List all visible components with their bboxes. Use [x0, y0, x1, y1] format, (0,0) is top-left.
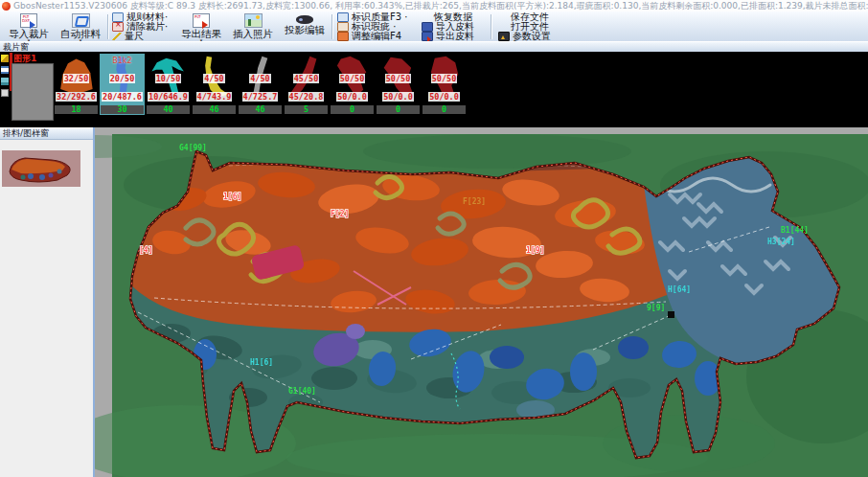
- import-leather-icon: [422, 22, 433, 32]
- export-result-icon: PLT: [193, 13, 210, 28]
- piece-cell-5[interactable]: 4/50 4/725.7 46: [238, 54, 283, 115]
- piece-count: 4/50: [203, 74, 224, 83]
- group-cell[interactable]: [11, 63, 54, 121]
- piece-qty: 0: [423, 105, 466, 114]
- toolbar-separator: [107, 14, 108, 39]
- piece-qty: 30: [101, 105, 144, 114]
- data-tools-group: 恢复数据 导入皮料 导出皮料: [422, 12, 474, 41]
- piece-count: 10/50: [155, 74, 182, 83]
- export-leather-button[interactable]: 导出皮料: [422, 32, 474, 41]
- piece-area: 50/0.0: [336, 92, 368, 102]
- toolbar: PLTDXF 导入裁片 ▾ 自动排料 ▾ 规则材料· 清除裁片· 量尺 PLT …: [0, 11, 868, 42]
- nest-thumbnail-item[interactable]: [2, 150, 80, 187]
- param-settings-button[interactable]: 参数设置: [498, 32, 551, 41]
- piece-count: 4/50: [249, 74, 270, 83]
- zone-label: G4[99]: [179, 144, 207, 152]
- piece-count: 50/50: [339, 74, 366, 83]
- piece-count: 45/50: [293, 74, 320, 83]
- piece-area: 50/0.0: [382, 92, 414, 102]
- auto-nest-icon: [72, 13, 90, 28]
- adjust-edit-button[interactable]: 调整编辑F4: [337, 32, 407, 41]
- nest-window-caption: 排料/图样窗: [0, 127, 96, 140]
- app-icon: [2, 2, 11, 11]
- projection-edit-button[interactable]: 投影编辑: [280, 12, 330, 40]
- piece-cell-7[interactable]: 50/50 50/0.0 0: [330, 54, 375, 115]
- piece-label: 1[9]: [526, 246, 544, 255]
- piece-label: [4]: [139, 246, 152, 255]
- toolbar-separator: [491, 14, 491, 39]
- piece-count: 50/50: [385, 74, 412, 83]
- piece-cell-8[interactable]: 50/50 50/0.0 0: [376, 54, 421, 115]
- piece-cell-6[interactable]: 45/50 45/20.8 5: [284, 54, 329, 115]
- zone-label: H3[24]: [767, 238, 795, 246]
- piece-area: 4/725.7: [242, 92, 279, 102]
- piece-qty: 0: [331, 105, 374, 114]
- piece-count: 50/50: [431, 74, 458, 83]
- projection-edit-icon: [296, 15, 313, 24]
- nesting-canvas[interactable]: G4[99] F[23] 9[9] G1[40] B1[44] H3[24] H…: [95, 127, 868, 477]
- import-pieces-icon: PLTDXF: [20, 13, 37, 28]
- grid-icon[interactable]: [1, 89, 9, 97]
- ruler-icon: [112, 33, 122, 40]
- piece-label: 1[6]: [223, 193, 241, 201]
- piece-qty: 5: [285, 105, 328, 114]
- piece-area: 20/487.6: [102, 92, 143, 102]
- export-result-button[interactable]: PLT 导出结果 ▾: [176, 12, 226, 40]
- insert-photo-icon: [244, 13, 263, 28]
- piece-cell-3[interactable]: 10/50 10/646.9 40: [146, 54, 191, 115]
- mark-quality-icon: [337, 12, 349, 22]
- piece-area: 4/743.9: [196, 92, 233, 102]
- list-icon[interactable]: [1, 66, 9, 74]
- zone-label: H[64]: [668, 285, 691, 294]
- zone-label: 9[9]: [647, 304, 665, 312]
- adjust-edit-icon: [337, 32, 349, 41]
- clear-pieces-icon: [112, 22, 124, 32]
- auto-nest-button[interactable]: 自动排料 ▾: [56, 12, 105, 40]
- piece-cell-1[interactable]: 32/50 32/292.6 18: [54, 54, 99, 115]
- piece-qty: 46: [193, 105, 236, 114]
- piece-count: 20/50: [109, 74, 136, 83]
- piece-area: 45/20.8: [288, 92, 325, 102]
- piece-cell-9[interactable]: 50/50 50/0.0 0: [422, 54, 467, 115]
- piece-cell-4[interactable]: 4/50 4/743.9 46: [192, 54, 237, 115]
- zone-label: G1[40]: [288, 387, 316, 396]
- import-pieces-button[interactable]: PLTDXF 导入裁片 ▾: [4, 12, 54, 40]
- export-leather-icon: [422, 32, 433, 41]
- piece-area: 32/292.6: [56, 92, 97, 102]
- piece-cell-2-selected[interactable]: B1k2 20/50 20/487.6 30: [100, 54, 145, 115]
- image-icon[interactable]: [1, 78, 9, 85]
- zone-label: F[23]: [463, 197, 486, 206]
- marking-tools-group: 标识质量F3 · 标识瑕疵 · 调整编辑F4: [337, 12, 407, 41]
- file-tools-group: 保存文件 打开文件 参数设置: [498, 12, 551, 41]
- selection-marker[interactable]: [668, 311, 674, 318]
- piece-qty: 40: [147, 105, 190, 114]
- piece-area: 10/646.9: [148, 92, 189, 102]
- param-settings-icon: [498, 32, 510, 41]
- zone-label: B1[44]: [781, 226, 809, 235]
- pencil-icon[interactable]: [1, 55, 9, 62]
- pieces-strip: 图形1 32/50 32/292.6 18 B1k2 20/50 20/487.…: [0, 52, 868, 127]
- insert-photo-button[interactable]: 插入照片: [228, 12, 278, 40]
- piece-qty: 0: [377, 105, 420, 114]
- piece-count: 32/50: [63, 74, 90, 83]
- piece-name: B1k2: [100, 57, 145, 65]
- material-tools-group: 规则材料· 清除裁片· 量尺: [112, 12, 168, 41]
- piece-area: 50/0.0: [428, 92, 460, 102]
- toolbar-separator: [331, 14, 332, 39]
- piece-qty: 18: [55, 105, 98, 114]
- piece-qty: 46: [239, 105, 282, 114]
- piece-label: F[2]: [331, 210, 349, 218]
- mark-defect-icon: [337, 22, 349, 32]
- piece-label: H1[6]: [250, 358, 273, 367]
- nest-thumbnail-graphic: [2, 150, 80, 187]
